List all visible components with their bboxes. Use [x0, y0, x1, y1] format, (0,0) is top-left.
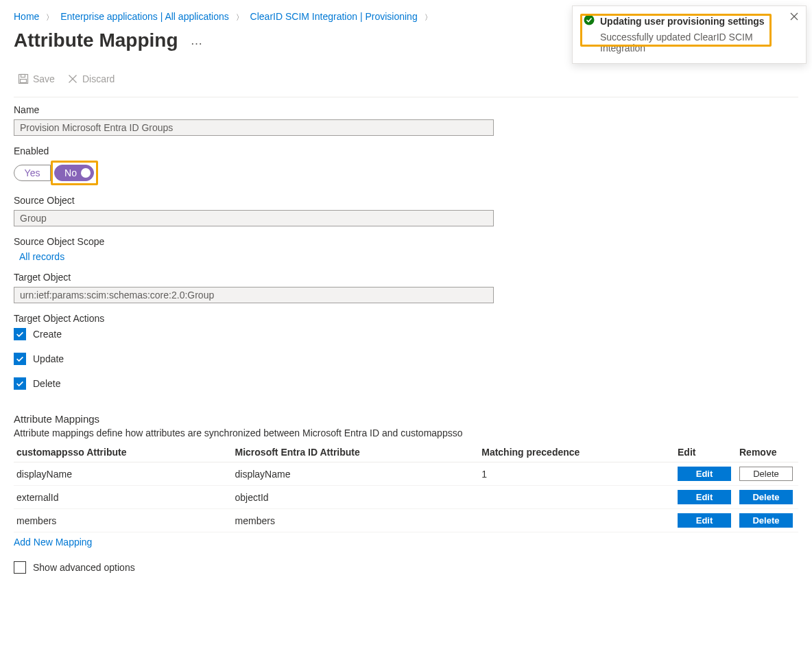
edit-button[interactable]: Edit: [678, 467, 731, 481]
svg-rect-1: [21, 75, 25, 78]
chevron-right-icon: 〉: [42, 13, 58, 21]
cell-entra: members: [232, 509, 479, 532]
edit-button[interactable]: Edit: [678, 490, 731, 504]
toast-subtext: Successfully updated ClearID SCIM Integr…: [600, 32, 796, 54]
enabled-yes-button[interactable]: Yes: [14, 165, 51, 181]
update-checkbox[interactable]: [14, 353, 26, 365]
enabled-toggle: Yes No: [14, 161, 98, 185]
name-label: Name: [14, 104, 494, 115]
delete-button[interactable]: Delete: [739, 513, 793, 528]
close-icon: [67, 73, 78, 84]
cell-precedence: 1: [479, 462, 675, 486]
discard-button[interactable]: Discard: [63, 71, 119, 87]
source-object-label: Source Object: [14, 195, 494, 206]
cell-entra: objectId: [232, 486, 479, 509]
attr-table: customappsso Attribute Microsoft Entra I…: [14, 443, 798, 532]
crumb-ent-apps[interactable]: Enterprise applications | All applicatio…: [60, 11, 229, 22]
close-icon: [789, 12, 799, 21]
create-label: Create: [33, 329, 62, 340]
col-precedence: Matching precedence: [479, 443, 675, 462]
advanced-label: Show advanced options: [33, 562, 135, 573]
toast-title: Updating user provisioning settings: [600, 16, 765, 27]
update-label: Update: [33, 353, 64, 364]
check-icon: [15, 354, 25, 364]
save-button[interactable]: Save: [14, 71, 59, 87]
source-object-input[interactable]: [14, 210, 494, 226]
col-customappsso: customappsso Attribute: [14, 443, 232, 462]
delete-button[interactable]: Delete: [739, 467, 793, 481]
cell-entra: displayName: [232, 462, 479, 486]
name-input[interactable]: [14, 119, 494, 136]
enabled-no-button[interactable]: No: [54, 165, 94, 181]
page-title: Attribute Mapping: [14, 30, 178, 51]
target-actions-label: Target Object Actions: [14, 313, 494, 324]
attr-desc: Attribute mappings define how attributes…: [14, 427, 798, 438]
enabled-label: Enabled: [14, 145, 494, 156]
save-icon: [18, 73, 29, 84]
command-bar: Save Discard: [0, 65, 812, 93]
toast-close-button[interactable]: [789, 12, 799, 23]
table-row: displayNamedisplayName1EditDelete: [14, 462, 798, 486]
table-row: externalIdobjectIdEditDelete: [14, 486, 798, 509]
attr-heading: Attribute Mappings: [14, 413, 798, 425]
discard-label: Discard: [82, 73, 115, 84]
delete-button[interactable]: Delete: [739, 490, 793, 504]
save-label: Save: [33, 73, 55, 84]
crumb-clearid[interactable]: ClearID SCIM Integration | Provisioning: [250, 11, 418, 22]
scope-label: Source Object Scope: [14, 236, 494, 247]
success-icon: [584, 14, 595, 27]
col-remove: Remove: [737, 443, 798, 462]
cell-customappsso: displayName: [14, 462, 232, 486]
cell-customappsso: members: [14, 509, 232, 532]
chevron-right-icon: 〉: [420, 13, 436, 21]
table-row: membersmembersEditDelete: [14, 509, 798, 532]
col-edit: Edit: [675, 443, 737, 462]
check-icon: [15, 379, 25, 388]
cell-customappsso: externalId: [14, 486, 232, 509]
create-checkbox[interactable]: [14, 328, 26, 340]
enabled-no-label: No: [64, 167, 77, 178]
cell-precedence: [479, 509, 675, 532]
target-object-input[interactable]: [14, 287, 494, 303]
delete-label: Delete: [33, 378, 60, 389]
add-mapping-link[interactable]: Add New Mapping: [14, 532, 92, 548]
svg-rect-2: [21, 80, 27, 83]
cell-precedence: [479, 486, 675, 509]
crumb-home[interactable]: Home: [14, 11, 39, 22]
chevron-right-icon: 〉: [232, 13, 248, 21]
more-menu-button[interactable]: …: [191, 34, 204, 48]
scope-link[interactable]: All records: [14, 251, 494, 262]
delete-checkbox[interactable]: [14, 377, 26, 390]
advanced-checkbox[interactable]: [14, 561, 26, 574]
target-object-label: Target Object: [14, 272, 494, 283]
divider: [14, 97, 798, 97]
col-entra: Microsoft Entra ID Attribute: [232, 443, 479, 462]
check-icon: [15, 329, 25, 339]
svg-point-7: [584, 15, 595, 25]
toast-notification: Updating user provisioning settings Succ…: [572, 5, 807, 64]
edit-button[interactable]: Edit: [678, 513, 731, 528]
highlight-box: No: [51, 161, 98, 185]
